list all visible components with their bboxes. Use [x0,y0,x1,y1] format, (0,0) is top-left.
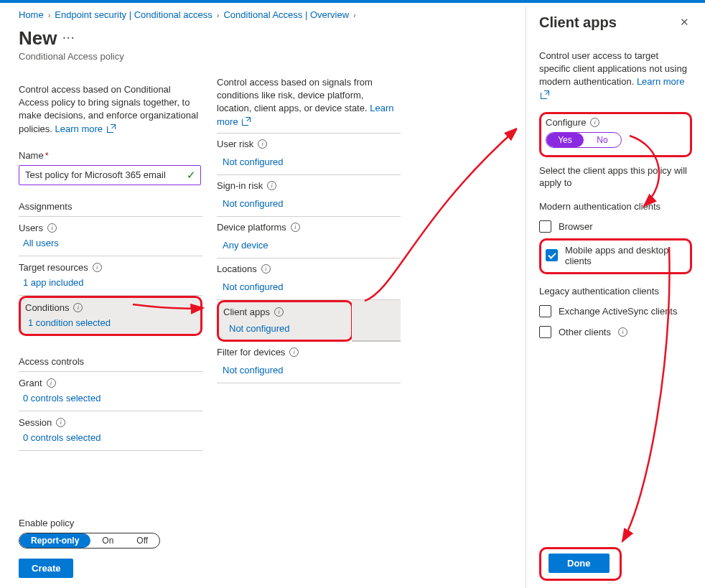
info-icon[interactable] [258,139,267,149]
col1-learn-more-link[interactable]: Learn more [55,123,116,134]
info-icon[interactable] [47,223,57,233]
info-icon[interactable] [73,303,83,312]
info-icon[interactable] [289,347,299,357]
pane-title: Client apps [539,14,617,31]
configure-toggle[interactable]: Yes No [546,132,622,148]
access-controls-header: Access controls [19,356,202,372]
signin-risk-value-link[interactable]: Not configured [223,198,284,209]
checkbox-other-row[interactable]: Other clients [539,326,692,338]
info-icon[interactable] [618,327,627,337]
locations-value-link[interactable]: Not configured [223,281,284,292]
checkbox-mobile-row[interactable]: Mobile apps and desktop clients [546,245,684,266]
users-row[interactable]: Users [19,217,202,233]
conditions-row-highlight: Conditions 1 condition selected [19,296,202,336]
grant-value-link[interactable]: 0 controls selected [23,393,101,403]
client-apps-pane: Client apps ✕ Control user access to tar… [526,6,705,588]
breadcrumb-home[interactable]: Home [19,9,44,20]
checkbox-browser-label: Browser [559,221,593,232]
filter-devices-value-link[interactable]: Not configured [223,365,284,375]
more-dots-icon[interactable]: ··· [62,32,75,44]
enable-policy-toggle[interactable]: Report-only On Off [19,533,160,549]
conditions-row[interactable]: Conditions [21,298,200,314]
info-icon[interactable] [274,307,284,317]
session-row[interactable]: Session [19,411,202,428]
done-button[interactable]: Done [548,554,610,573]
info-icon[interactable] [47,378,56,388]
chevron-right-icon: › [217,11,220,19]
checkbox-browser-row[interactable]: Browser [539,220,692,233]
target-resources-value-link[interactable]: 1 app included [23,277,84,288]
chevron-right-icon: › [48,11,51,19]
breadcrumb-conditional-access-overview[interactable]: Conditional Access | Overview [223,9,349,20]
modern-auth-category: Modern authentication clients [539,201,692,212]
checkbox-eas-row[interactable]: Exchange ActiveSync clients [539,305,692,317]
device-platforms-row[interactable]: Device platforms [217,217,401,234]
user-risk-value-link[interactable]: Not configured [223,157,284,167]
checkbox-other-label: Other clients [559,327,611,337]
device-platforms-value-link[interactable]: Any device [223,240,269,251]
info-icon[interactable] [291,223,300,232]
user-risk-row[interactable]: User risk [217,134,401,151]
name-label: Name* [19,150,202,161]
checkbox-mobile-apps[interactable] [546,249,558,261]
info-icon[interactable] [93,263,102,272]
checkbox-browser[interactable] [539,220,551,233]
conditions-value-link[interactable]: 1 condition selected [28,317,111,328]
client-apps-row[interactable]: Client apps [219,302,351,320]
signin-risk-row[interactable]: Sign-in risk [217,175,401,192]
configure-toggle-yes[interactable]: Yes [546,133,584,147]
toggle-on[interactable]: On [90,533,125,548]
policy-name-input[interactable] [25,169,187,180]
configure-toggle-no[interactable]: No [584,133,621,147]
select-clients-description: Select the client apps this policy will … [539,164,692,190]
configure-label: Configure [546,117,586,128]
toggle-off[interactable]: Off [125,533,159,548]
page-subtitle: Conditional Access policy [19,51,202,62]
configure-box-highlight: Configure Yes No [539,112,692,157]
grant-row[interactable]: Grant [19,372,202,388]
info-icon[interactable] [590,118,599,127]
info-icon[interactable] [267,181,276,190]
checkbox-mobile-label: Mobile apps and desktop clients [565,245,684,266]
col2-intro-text: Control access based on signals from con… [217,76,401,129]
checkbox-eas-label: Exchange ActiveSync clients [559,306,677,317]
external-link-icon [541,90,549,99]
enable-policy-label: Enable policy [19,518,234,528]
target-resources-row[interactable]: Target resources [19,256,202,273]
close-icon[interactable]: ✕ [677,14,692,30]
locations-row[interactable]: Locations [217,258,401,276]
checkbox-exchange-activesync[interactable] [539,305,551,317]
filter-devices-row[interactable]: Filter for devices [217,342,401,359]
col1-intro-text: Control access based on Conditional Acce… [19,83,202,136]
info-icon[interactable] [261,264,271,274]
pane-description: Control user access to target specific c… [539,50,692,102]
client-apps-row-highlight: Client apps Not configured [217,300,353,342]
external-link-icon [242,117,251,126]
client-apps-value-link[interactable]: Not configured [229,323,290,334]
policy-name-field[interactable]: ✓ [19,165,201,185]
users-value-link[interactable]: All users [23,238,59,248]
mobile-apps-highlight: Mobile apps and desktop clients [539,238,692,274]
create-button[interactable]: Create [19,559,73,578]
session-value-link[interactable]: 0 controls selected [23,432,101,443]
info-icon[interactable] [56,418,65,427]
external-link-icon [107,124,116,133]
page-title: New··· [19,27,202,50]
chevron-right-icon: › [353,11,356,19]
checkbox-other-clients[interactable] [539,326,551,338]
checkmark-icon: ✓ [187,169,196,182]
breadcrumb-endpoint-security[interactable]: Endpoint security | Conditional access [55,9,212,20]
assignments-header: Assignments [19,201,202,217]
legacy-auth-category: Legacy authentication clients [539,286,692,297]
done-button-highlight: Done [539,547,622,581]
toggle-report-only[interactable]: Report-only [19,533,90,548]
